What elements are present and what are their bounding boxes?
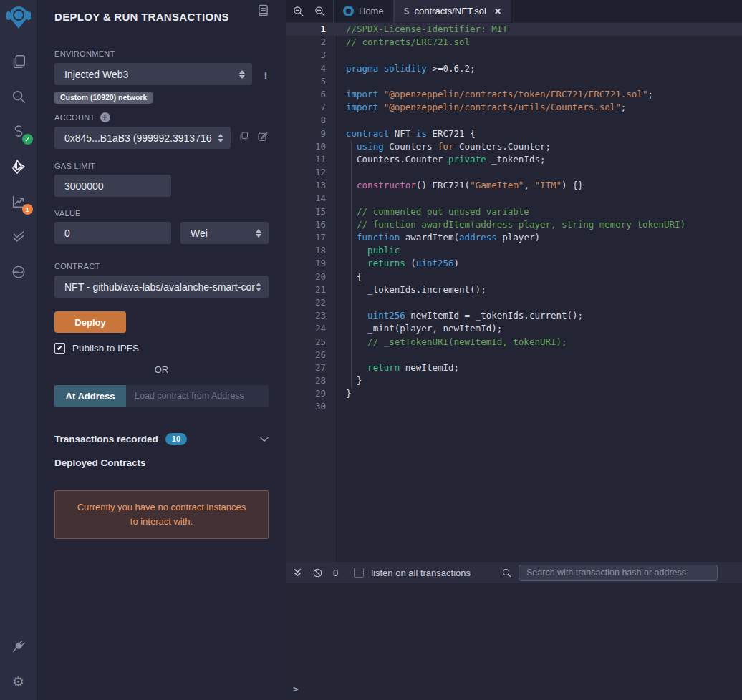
tab-contracts-nft-sol[interactable]: S contracts/NFT.sol ✕ <box>394 0 511 22</box>
main-area: Home S contracts/NFT.sol ✕ 1//SPDX-Licen… <box>286 0 742 700</box>
code-line[interactable]: 3 <box>286 49 742 62</box>
code-line[interactable]: 6import "@openzeppelin/contracts/token/E… <box>286 88 742 101</box>
transactions-count-badge: 10 <box>165 433 187 445</box>
terminal-prompt: > <box>293 684 299 694</box>
value-input[interactable] <box>54 222 171 244</box>
plug-icon <box>11 639 26 655</box>
gear-icon: ⚙ <box>12 675 24 689</box>
code-line[interactable]: 30 <box>286 400 742 413</box>
at-address-input[interactable] <box>126 385 269 407</box>
sidebar-item-search[interactable] <box>9 87 29 107</box>
code-line[interactable]: 27 return newItemId; <box>286 361 742 374</box>
code-line[interactable]: 26 <box>286 349 742 361</box>
publish-ipfs-row[interactable]: ✔ Publish to IPFS <box>54 343 269 354</box>
gas-limit-label: GAS LIMIT <box>54 162 269 170</box>
code-line[interactable]: 8 <box>286 114 742 127</box>
code-line[interactable]: 21 _tokenIds.increment(); <box>286 283 742 296</box>
select-arrows-icon <box>239 70 245 79</box>
deployed-contracts-label: Deployed Contracts <box>54 457 269 468</box>
sidebar-item-file-explorer[interactable] <box>9 52 29 72</box>
code-line[interactable]: 11 Counters.Counter private _tokenIds; <box>286 153 742 166</box>
code-line[interactable]: 7import "@openzeppelin/contracts/utils/C… <box>286 101 742 114</box>
solidity-file-icon: S <box>404 6 410 16</box>
network-badge: Custom (10920) network <box>54 92 153 104</box>
code-line[interactable]: 4pragma solidity >=0.6.2; <box>286 62 742 75</box>
at-address-button[interactable]: At Address <box>54 385 126 407</box>
code-line[interactable]: 17 function awardItem(address player) <box>286 231 742 244</box>
or-divider: OR <box>54 364 269 375</box>
transactions-recorded-row[interactable]: Transactions recorded 10 <box>54 432 269 445</box>
contract-select[interactable]: NFT - github/ava-labs/avalanche-smart-co… <box>54 276 269 298</box>
code-line[interactable]: 23 uint256 newItemId = _tokenIds.current… <box>286 309 742 322</box>
deploy-run-panel: DEPLOY & RUN TRANSACTIONS ENVIRONMENT In… <box>37 0 286 700</box>
select-arrows-icon <box>218 134 223 142</box>
sidebar-item-solidity-compiler[interactable]: ✓ <box>9 122 29 142</box>
icon-sidebar: ✓ 1 <box>0 0 37 700</box>
code-line[interactable]: 15 // commented out unused variable <box>286 205 742 218</box>
code-line[interactable]: 14 <box>286 192 742 205</box>
select-arrows-icon <box>256 283 261 291</box>
code-editor[interactable]: 1//SPDX-License-Identifier: MIT2// contr… <box>286 22 742 562</box>
select-arrows-icon <box>256 229 261 238</box>
indent-guide <box>351 140 352 388</box>
remix-home-icon <box>343 6 354 16</box>
code-line[interactable]: 28 } <box>286 374 742 387</box>
panel-title: DEPLOY & RUN TRANSACTIONS <box>54 11 229 23</box>
terminal-collapse-icon[interactable] <box>293 568 302 578</box>
code-line[interactable]: 18 public <box>286 244 742 257</box>
account-label: ACCOUNT + <box>54 112 269 122</box>
chevron-down-icon[interactable] <box>260 432 269 445</box>
code-line[interactable]: 2// contracts/ERC721.sol <box>286 36 742 49</box>
publish-ipfs-label: Publish to IPFS <box>72 343 139 354</box>
terminal-toolbar: 0 listen on all transactions <box>286 562 742 583</box>
code-line[interactable]: 12 <box>286 166 742 179</box>
copy-account-icon[interactable] <box>238 131 249 145</box>
sidebar-item-debugger[interactable] <box>9 262 29 282</box>
transactions-recorded-label: Transactions recorded <box>54 434 158 444</box>
code-line[interactable]: 16 // function awardItem(address player,… <box>286 218 742 231</box>
zoom-in-button[interactable] <box>314 5 326 17</box>
deploy-button[interactable]: Deploy <box>54 311 126 333</box>
code-line[interactable]: 1//SPDX-License-Identifier: MIT <box>286 23 742 36</box>
environment-label: ENVIRONMENT <box>54 49 269 58</box>
clear-console-icon[interactable] <box>312 568 323 578</box>
code-line[interactable]: 10 using Counters for Counters.Counter; <box>286 140 742 153</box>
remix-logo-icon[interactable] <box>4 4 33 34</box>
publish-ipfs-checkbox[interactable]: ✔ <box>54 343 65 354</box>
zoom-out-button[interactable] <box>292 5 304 17</box>
code-line[interactable]: 22 <box>286 296 742 309</box>
sidebar-item-unit-testing[interactable] <box>9 227 29 247</box>
value-unit-select[interactable]: Wei <box>180 222 269 244</box>
double-check-icon <box>11 229 26 245</box>
code-line[interactable]: 24 _mint(player, newItemId); <box>286 322 742 335</box>
listen-transactions-checkbox[interactable] <box>354 568 364 578</box>
compiled-check-badge: ✓ <box>22 134 33 145</box>
sidebar-item-settings[interactable]: ⚙ <box>9 671 29 691</box>
sidebar-item-plugin-manager[interactable] <box>9 637 29 657</box>
close-tab-icon[interactable]: ✕ <box>494 6 501 16</box>
gas-limit-input[interactable] <box>54 175 171 197</box>
sign-message-icon[interactable] <box>257 131 269 145</box>
tab-bar: Home S contracts/NFT.sol ✕ <box>286 0 742 22</box>
environment-info-icon[interactable]: i <box>264 71 267 82</box>
account-select[interactable]: 0x845...B1aB3 (999992.3913716 <box>54 127 231 149</box>
terminal-output[interactable]: > <box>286 583 742 700</box>
add-account-icon[interactable]: + <box>100 112 110 122</box>
code-line[interactable]: 20 { <box>286 271 742 283</box>
environment-select[interactable]: Injected Web3 <box>54 63 252 85</box>
code-line[interactable]: 13 constructor() ERC721("GameItem", "ITM… <box>286 179 742 192</box>
code-line[interactable]: 29} <box>286 387 742 400</box>
terminal-search-input[interactable] <box>519 565 718 581</box>
code-line[interactable]: 19 returns (uint256) <box>286 257 742 270</box>
value-label: VALUE <box>54 209 269 218</box>
code-line[interactable]: 9contract NFT is ERC721 { <box>286 127 742 140</box>
docs-book-icon[interactable] <box>258 4 269 19</box>
sidebar-item-deploy-run[interactable] <box>9 157 29 177</box>
code-line[interactable]: 5 <box>286 75 742 88</box>
code-line[interactable]: 25 // _setTokenURI(newItemId, tokenURI); <box>286 336 742 349</box>
circle-wave-icon <box>11 264 26 280</box>
tab-home[interactable]: Home <box>333 0 394 22</box>
sidebar-item-analytics[interactable]: 1 <box>9 192 29 212</box>
files-icon <box>11 54 26 69</box>
contract-label: CONTRACT <box>54 262 269 271</box>
